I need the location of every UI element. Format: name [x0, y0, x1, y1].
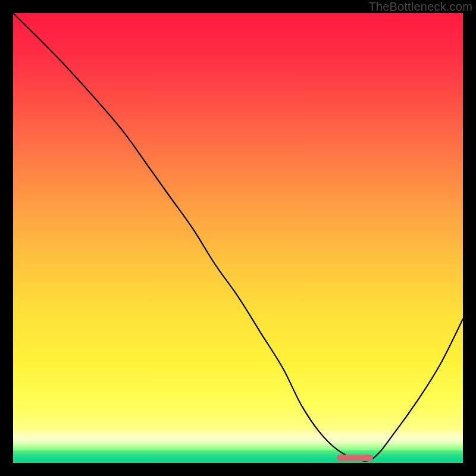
watermark-text: TheBottleneck.com: [368, 0, 472, 14]
chart-frame: [13, 13, 463, 463]
curve-path: [13, 13, 463, 461]
bottleneck-curve: [13, 13, 463, 463]
optimum-marker: [337, 455, 372, 461]
